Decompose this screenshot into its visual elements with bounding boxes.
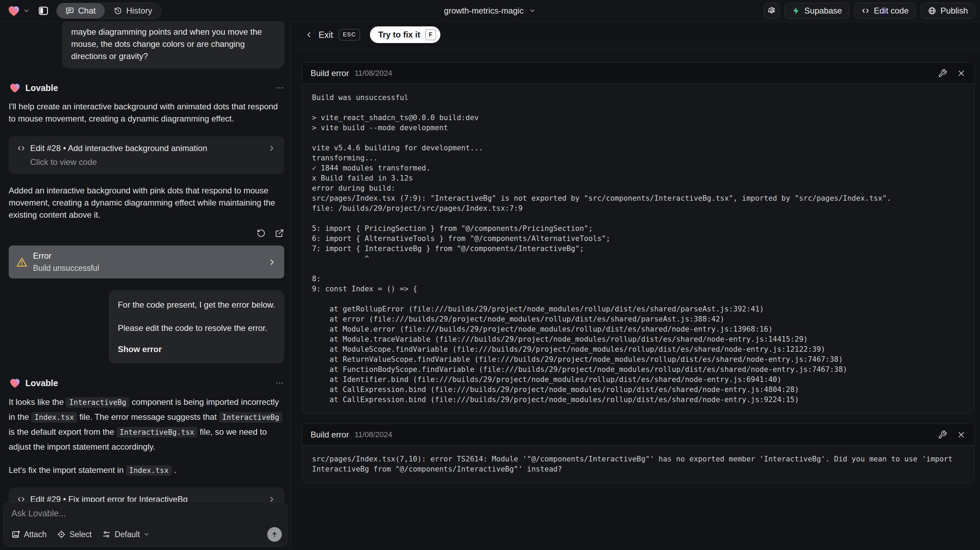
fix-wrench-icon[interactable] xyxy=(938,430,947,439)
error-preview-panel: Exit ESC Try to fix it F Build error 11/… xyxy=(291,22,980,550)
project-selector[interactable]: growth-metrics-magic xyxy=(444,6,536,16)
error-card-date: 11/08/2024 xyxy=(355,430,392,439)
open-preview-icon[interactable] xyxy=(275,228,284,238)
chat-panel: maybe diagramming points and when you mo… xyxy=(0,22,291,550)
assistant-lets-fix-text: Let's fix the import statement in Index.… xyxy=(9,463,284,478)
arrow-up-icon xyxy=(271,531,278,538)
chat-history-tabs: Chat History xyxy=(56,3,161,19)
tab-history[interactable]: History xyxy=(105,3,161,18)
attach-button[interactable]: Attach xyxy=(11,530,46,539)
user-error-line1: For the code present, I get the error be… xyxy=(118,299,275,311)
try-to-fix-label: Try to fix it xyxy=(378,30,420,40)
user-message: For the code present, I get the error be… xyxy=(109,290,284,363)
lovable-logo-menu[interactable] xyxy=(5,4,32,18)
inline-code: Index.tsx xyxy=(31,412,77,422)
edit-28-card[interactable]: Edit #28 • Add interactive background an… xyxy=(9,137,284,174)
build-error-card-2: Build error 11/08/2024 src/pages/Index.t… xyxy=(302,424,974,483)
restore-icon[interactable] xyxy=(256,228,266,238)
inline-code: Index.tsx xyxy=(126,465,172,476)
code-icon xyxy=(17,144,25,152)
send-button[interactable] xyxy=(267,527,282,542)
tab-chat[interactable]: Chat xyxy=(57,3,105,18)
warning-triangle-icon xyxy=(16,257,27,268)
select-target-icon xyxy=(57,530,66,539)
code-icon xyxy=(861,6,870,15)
error-card-header: Build error 11/08/2024 xyxy=(302,62,974,84)
lovable-heart-icon xyxy=(9,81,21,94)
error-cards-area[interactable]: Build error 11/08/2024 Build was unsucce… xyxy=(291,48,980,550)
f-keycap: F xyxy=(425,29,436,40)
error-card-title: Build error xyxy=(310,69,349,78)
supabase-button[interactable]: Supabase xyxy=(784,3,849,19)
sliders-icon xyxy=(102,530,111,539)
assistant-message-header: Lovable xyxy=(9,377,284,389)
show-error-link[interactable]: Show error xyxy=(118,343,275,355)
build-log: src/pages/Index.tsx(7,10): error TS2614:… xyxy=(312,454,964,474)
history-clock-icon xyxy=(114,6,122,15)
try-to-fix-button[interactable]: Try to fix it F xyxy=(370,26,441,43)
tab-history-label: History xyxy=(126,6,152,16)
attach-label: Attach xyxy=(24,530,46,539)
edit-28-subtitle: Click to view code xyxy=(30,157,276,167)
build-log: Build was unsuccessful > vite_react_shad… xyxy=(312,93,964,405)
build-error-card-1: Build error 11/08/2024 Build was unsucce… xyxy=(302,62,974,414)
esc-keycap: ESC xyxy=(339,29,360,41)
error-banner-subtitle: Build unsuccessful xyxy=(33,263,99,273)
close-icon[interactable] xyxy=(957,430,966,439)
error-card-header: Build error 11/08/2024 xyxy=(302,424,974,445)
edit-code-label: Edit code xyxy=(874,6,908,16)
chat-input[interactable] xyxy=(11,509,280,518)
error-card-date: 11/08/2024 xyxy=(355,69,392,78)
chevron-down-icon xyxy=(529,7,536,14)
user-message: maybe diagramming points and when you mo… xyxy=(62,22,284,69)
message-actions xyxy=(9,228,284,238)
top-bar: Chat History growth-metrics-magic Supaba… xyxy=(0,0,980,22)
chevron-down-icon xyxy=(23,7,30,14)
assistant-text: I'll help create an interactive backgrou… xyxy=(9,100,284,124)
publish-button[interactable]: Publish xyxy=(921,3,975,19)
inline-code: InteractiveBg.tsx xyxy=(116,427,197,437)
tab-chat-label: Chat xyxy=(78,6,96,16)
lovable-heart-icon xyxy=(7,4,21,18)
publish-label: Publish xyxy=(940,6,968,16)
globe-icon xyxy=(928,6,936,15)
inline-code: InteractiveBg xyxy=(66,397,129,408)
chevron-left-icon xyxy=(305,30,313,39)
assistant-text: Added an interactive background with pin… xyxy=(9,184,284,221)
lovable-heart-icon xyxy=(9,377,21,389)
panel-icon xyxy=(38,6,49,16)
exit-button[interactable]: Exit ESC xyxy=(305,29,360,41)
error-card-title: Build error xyxy=(310,430,349,440)
edit-code-button[interactable]: Edit code xyxy=(854,3,916,19)
sidebar-toggle-button[interactable] xyxy=(35,3,51,19)
assistant-fix-text: It looks like the InteractiveBg componen… xyxy=(9,395,284,454)
exit-label: Exit xyxy=(318,30,333,40)
topbar-actions: Supabase Edit code Publish xyxy=(764,3,975,19)
select-label: Select xyxy=(69,530,92,539)
edit-28-title: Edit #28 • Add interactive background an… xyxy=(30,143,207,153)
inline-code: InteractiveBg xyxy=(219,412,282,422)
assistant-message-header: Lovable xyxy=(9,81,284,94)
mode-dropdown[interactable]: Default xyxy=(102,530,150,539)
close-icon[interactable] xyxy=(957,69,966,78)
preview-header: Exit ESC Try to fix it F xyxy=(291,22,980,48)
chat-scroll-area[interactable]: maybe diagramming points and when you mo… xyxy=(0,22,290,550)
chevron-down-icon xyxy=(143,531,150,537)
chevron-right-icon xyxy=(267,144,276,152)
error-banner-title: Error xyxy=(33,251,99,261)
settings-button[interactable] xyxy=(764,3,780,19)
chevron-right-icon xyxy=(267,258,277,267)
supabase-bolt-icon xyxy=(792,6,800,15)
build-error-banner[interactable]: Error Build unsuccessful xyxy=(9,246,284,279)
attach-image-icon xyxy=(11,530,21,539)
assistant-name: Lovable xyxy=(25,378,58,388)
gear-icon xyxy=(767,6,776,15)
assistant-name: Lovable xyxy=(25,83,58,93)
message-more-button[interactable] xyxy=(275,83,284,92)
supabase-label: Supabase xyxy=(804,6,842,16)
mode-label: Default xyxy=(115,530,140,539)
fix-wrench-icon[interactable] xyxy=(938,69,947,78)
message-more-button[interactable] xyxy=(275,378,284,387)
select-button[interactable]: Select xyxy=(57,530,92,539)
user-error-line2: Please edit the code to resolve the erro… xyxy=(118,322,275,334)
